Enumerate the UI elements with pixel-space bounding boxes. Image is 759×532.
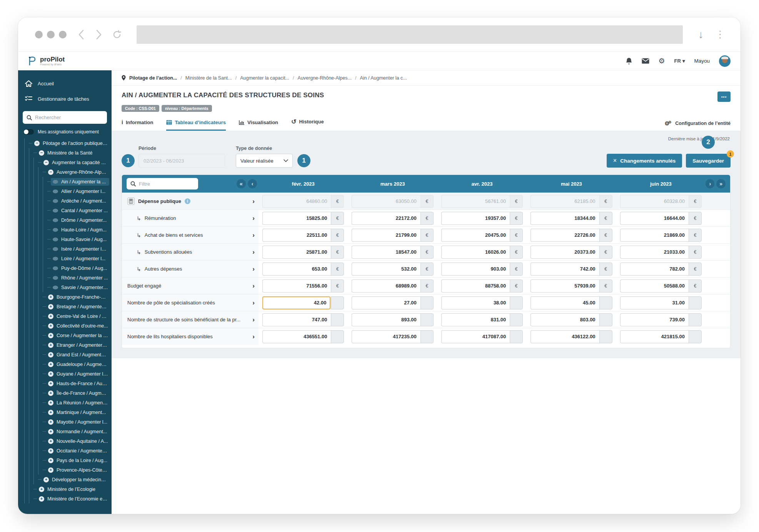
assignments-toggle[interactable]: [23, 129, 34, 135]
value-input[interactable]: 71556.00: [262, 279, 331, 293]
value-input[interactable]: 68989.00: [352, 279, 420, 293]
tree-plus-icon[interactable]: +: [48, 448, 53, 454]
value-input[interactable]: 15825.00: [262, 212, 331, 225]
value-input[interactable]: 739.00: [620, 313, 689, 326]
tree-item[interactable]: −Pilotage de l’action publique pa...: [24, 138, 112, 148]
sidebar-item-accueil[interactable]: Accueil: [18, 76, 112, 91]
back-icon[interactable]: [78, 29, 84, 40]
columns-next-button[interactable]: ›: [706, 179, 715, 188]
value-input[interactable]: 19357.00: [441, 212, 510, 225]
tree-plus-icon[interactable]: +: [48, 314, 53, 319]
row-expand-chevron[interactable]: ›: [252, 283, 255, 289]
tree-item[interactable]: +Ministère de l’Ecologie: [24, 484, 112, 494]
tree-plus-icon[interactable]: +: [48, 294, 53, 300]
tree-minus-icon[interactable]: −: [48, 170, 53, 175]
value-input[interactable]: 22511.00: [262, 229, 331, 242]
tree-item[interactable]: +Île-de-France / Augme...: [24, 388, 112, 398]
tree-minus-icon[interactable]: −: [43, 160, 49, 165]
breadcrumb-item[interactable]: Auvergne-Rhône-Alpes...: [298, 75, 352, 81]
tree-plus-icon[interactable]: +: [48, 342, 53, 348]
row-expand-chevron[interactable]: ›: [252, 198, 255, 204]
value-input[interactable]: 417235.00: [352, 330, 420, 343]
tree-item[interactable]: +Mayotte / Augmenter l...: [24, 417, 112, 427]
row-expand-chevron[interactable]: ›: [252, 316, 255, 323]
tree-plus-icon[interactable]: +: [48, 400, 53, 406]
row-expand-chevron[interactable]: ›: [252, 333, 255, 340]
value-input[interactable]: 893.00: [352, 313, 420, 326]
tree-item[interactable]: Ardèche / Augment...: [24, 196, 112, 206]
tab-historique[interactable]: ↺ Historique: [291, 118, 324, 131]
notifications-bell-icon[interactable]: [626, 57, 632, 65]
tree-item[interactable]: Isère / Augmenter la...: [24, 244, 112, 254]
value-input[interactable]: 21799.00: [352, 229, 420, 242]
tree-item[interactable]: Haute-Loire / Augm...: [24, 225, 112, 234]
tree-item[interactable]: +Occitanie / Augmenter ...: [24, 446, 112, 456]
tree-item[interactable]: Puy-de-Dôme / Aug...: [24, 263, 112, 273]
tree-plus-icon[interactable]: +: [48, 323, 53, 329]
tree-item[interactable]: +Ministère de l’Economie et d...: [24, 494, 112, 504]
language-selector[interactable]: FR▾: [674, 58, 685, 64]
tree-plus-icon[interactable]: +: [48, 467, 53, 473]
value-input[interactable]: 16026.00: [441, 246, 510, 259]
cancel-changes-button[interactable]: × Changements annulés: [607, 154, 682, 168]
sidebar-search-input[interactable]: Rechercher: [23, 111, 107, 124]
value-input[interactable]: 18344.00: [530, 212, 599, 225]
value-input[interactable]: 21033.00: [620, 246, 689, 259]
sidebar-item-gestionnaire[interactable]: Gestionnaire de tâches: [18, 91, 112, 106]
row-expand-chevron[interactable]: ›: [252, 249, 255, 255]
value-input[interactable]: 653.00: [262, 263, 331, 276]
value-input[interactable]: 57939.00: [530, 279, 599, 293]
tree-plus-icon[interactable]: +: [48, 419, 53, 425]
tree-minus-icon[interactable]: −: [39, 150, 44, 156]
tree-plus-icon[interactable]: +: [48, 439, 53, 444]
tree-item[interactable]: +Guadeloupe / Augmen...: [24, 359, 112, 369]
value-input[interactable]: 803.00: [530, 313, 599, 326]
more-actions-button[interactable]: •••: [717, 91, 731, 102]
tree-item[interactable]: +Normandie / Augment...: [24, 427, 112, 436]
tree-item[interactable]: Cantal / Augmenter ...: [24, 206, 112, 215]
tree-item[interactable]: +Martinique / Augment...: [24, 407, 112, 417]
tab-visualisation[interactable]: Visualisation: [239, 120, 278, 131]
address-bar[interactable]: [137, 25, 683, 44]
tree-item[interactable]: +Collectivité d'outre-me...: [24, 321, 112, 331]
tree-plus-icon[interactable]: +: [48, 458, 53, 463]
tree-item[interactable]: +Bourgogne-Franche-C...: [24, 292, 112, 302]
settings-gear-icon[interactable]: ⚙: [659, 57, 665, 65]
value-input[interactable]: 31.00: [620, 296, 689, 309]
refresh-icon[interactable]: [112, 30, 122, 40]
value-input[interactable]: 782.00: [620, 263, 689, 276]
tab-information[interactable]: i Information: [122, 119, 153, 131]
value-input[interactable]: 21869.00: [620, 229, 689, 242]
tree-plus-icon[interactable]: +: [48, 352, 53, 357]
forward-icon[interactable]: [96, 29, 102, 40]
tree-item[interactable]: +Provence-Alpes-Côte d...: [24, 465, 112, 475]
row-expand-chevron[interactable]: ›: [252, 299, 255, 306]
tree-item[interactable]: +Nouvelle-Aquitaine / A...: [24, 436, 112, 446]
tree-item[interactable]: +Centre-Val de Loire / A...: [24, 311, 112, 321]
tree-plus-icon[interactable]: +: [48, 362, 53, 367]
value-input[interactable]: 436122.00: [530, 330, 599, 343]
tree-item[interactable]: +La Réunion / Augment...: [24, 398, 112, 407]
tree-item[interactable]: Ain / Augmenter la ...: [24, 177, 112, 186]
value-input[interactable]: 25871.00: [262, 246, 331, 259]
columns-last-button[interactable]: »: [716, 179, 726, 188]
tree-plus-icon[interactable]: +: [48, 381, 53, 386]
value-input[interactable]: 20475.00: [441, 229, 510, 242]
tree-plus-icon[interactable]: +: [48, 333, 53, 338]
tree-item[interactable]: +Guyane / Augmenter la...: [24, 369, 112, 379]
breadcrumb-item[interactable]: Augmenter la capacit...: [240, 75, 289, 81]
tree-minus-icon[interactable]: −: [34, 141, 40, 146]
row-expand-chevron[interactable]: ›: [252, 232, 255, 238]
tree-item[interactable]: Loire / Augmenter l...: [24, 254, 112, 263]
tree-plus-icon[interactable]: +: [48, 371, 53, 377]
value-input[interactable]: 18547.00: [352, 246, 420, 259]
browser-menu-icon[interactable]: ⋮: [715, 28, 725, 40]
tree-item[interactable]: Haute-Savoie / Aug...: [24, 234, 112, 244]
value-input[interactable]: 38.00: [441, 296, 510, 309]
tree-plus-icon[interactable]: +: [39, 487, 44, 492]
row-expand-chevron[interactable]: ›: [252, 215, 255, 221]
value-input[interactable]: 16644.00: [620, 212, 689, 225]
entity-config-button[interactable]: ⚙⚙ Configuration de l’entité: [665, 120, 731, 131]
tree-item[interactable]: +Etranger / Augmenter l...: [24, 340, 112, 350]
value-input[interactable]: 903.00: [441, 263, 510, 276]
